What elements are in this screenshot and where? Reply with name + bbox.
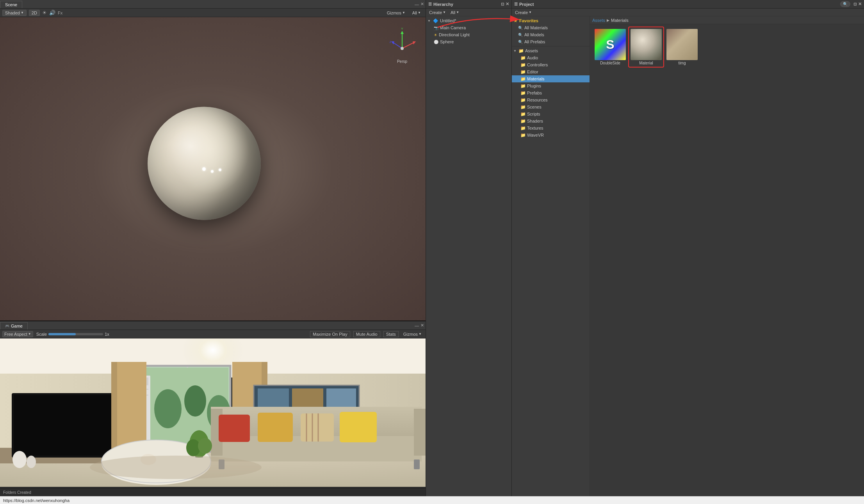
star-icon: ★ [513, 18, 518, 23]
hierarchy-icon: ☰ [428, 2, 432, 6]
maximize-play-btn[interactable]: Maximize On Play [310, 331, 350, 337]
app-root: Scene — ✕ Shaded ▼ 2D [0, 0, 864, 504]
fx-icon[interactable]: Fx [58, 11, 62, 15]
tree-item-scripts[interactable]: 📁 Scripts [512, 110, 590, 118]
tree-item-materials[interactable]: 📁 Materials [512, 75, 590, 82]
dir-light-label: Directional Light [439, 32, 470, 37]
material-label: Material [639, 61, 653, 65]
scale-label: Scale [36, 332, 47, 337]
gizmo-svg: Y X Z [388, 25, 416, 60]
prefabs-folder-icon: 📁 [520, 91, 526, 96]
asset-doubleside[interactable]: S DoubleSide [593, 27, 627, 67]
stats-btn[interactable]: Stats [383, 331, 399, 337]
mode-2d-dropdown[interactable]: 2D [29, 10, 40, 16]
prefabs-label: Prefabs [527, 91, 542, 95]
game-tab[interactable]: 🎮 Game [0, 322, 28, 329]
tree-item-shaders[interactable]: 📁 Shaders [512, 118, 590, 125]
all-label: All [412, 11, 417, 15]
hierarchy-item-main-camera[interactable]: 📷 Main Camera [426, 24, 511, 31]
status-text: Folders Created [3, 490, 31, 495]
favorites-item-all-models[interactable]: 🔍 All Models [512, 31, 590, 38]
url-bar: https://blog.csdn.net/wenxuhongha [0, 496, 864, 504]
aspect-dropdown[interactable]: Free Aspect ▼ [2, 331, 33, 337]
sphere-icon: ⚪ [434, 40, 438, 44]
svg-rect-42 [414, 409, 426, 456]
favorites-item-all-prefabs[interactable]: 🔍 All Prefabs [512, 38, 590, 45]
scene-tab[interactable]: Scene [0, 1, 22, 8]
living-room-scene [0, 338, 426, 487]
assets-arrow: ▼ [513, 49, 517, 53]
all-dropdown[interactable]: All ▼ [410, 10, 423, 16]
hierarchy-item-dir-light[interactable]: ☀ Directional Light [426, 31, 511, 38]
assets-label: Assets [525, 48, 538, 53]
scene-viewport[interactable]: Y X Z Persp [0, 17, 426, 321]
light-icon[interactable]: ☀ [42, 10, 47, 16]
scale-control: Scale 1x [36, 332, 109, 337]
tree-item-editor[interactable]: 📁 Editor [512, 68, 590, 75]
camera-icon: 📷 [434, 26, 438, 30]
game-close[interactable]: ✕ [420, 323, 424, 328]
top-right: ☰ Hierarchy ⊡ ✕ Create ▼ All [426, 0, 864, 496]
tree-item-controllers[interactable]: 📁 Controllers [512, 61, 590, 68]
asset-timg[interactable]: timg [665, 27, 699, 67]
project-close[interactable]: ✕ [858, 2, 862, 7]
scene-tab-label: Scene [5, 2, 17, 7]
hierarchy-item-sphere[interactable]: ⚪ Sphere [426, 38, 511, 45]
tree-item-audio[interactable]: 📁 Audio [512, 54, 590, 61]
game-gizmos-dropdown[interactable]: Gizmos ▼ [402, 331, 423, 337]
svg-point-24 [154, 389, 182, 428]
game-tab-bar: 🎮 Game — ✕ [0, 321, 426, 330]
hierarchy-maximize[interactable]: ⊡ [501, 2, 504, 6]
tree-item-resources[interactable]: 📁 Resources [512, 96, 590, 103]
materials-label: Materials [527, 77, 545, 81]
sphere-dot-3 [219, 168, 221, 171]
hierarchy-close[interactable]: ✕ [506, 2, 509, 7]
scale-slider[interactable] [48, 333, 103, 335]
tree-item-wavevr[interactable]: 📁 WaveVR [512, 132, 590, 139]
mute-audio-btn[interactable]: Mute Audio [353, 331, 380, 337]
tree-item-scenes[interactable]: 📁 Scenes [512, 103, 590, 110]
timg-thumbnail [666, 29, 698, 60]
left-panels: Scene — ✕ Shaded ▼ 2D [0, 0, 426, 496]
gizmos-arrow: ▼ [402, 11, 405, 14]
game-minimize[interactable]: — [415, 323, 419, 328]
game-icon: 🎮 [5, 324, 9, 328]
tree-item-assets-root[interactable]: ▼ 📁 Assets [512, 47, 590, 54]
scripts-folder-icon: 📁 [520, 112, 526, 117]
scene-close[interactable]: ✕ [420, 2, 424, 7]
hierarchy-all-dropdown[interactable]: All ▼ [449, 10, 461, 15]
search-all-models-icon: 🔍 [518, 33, 523, 37]
hierarchy-item-untitled[interactable]: ▼ 🔷 Untitled* [426, 17, 511, 24]
favorites-item-all-materials[interactable]: 🔍 All Materials [512, 24, 590, 31]
asset-material[interactable]: Material [629, 27, 663, 67]
svg-text:Y: Y [401, 27, 403, 30]
all-arrow: ▼ [418, 11, 421, 14]
scene-minimize[interactable]: — [415, 2, 419, 7]
hierarchy-toolbar: Create ▼ All ▼ [426, 9, 511, 16]
svg-rect-48 [301, 413, 334, 442]
favorites-section: ★ Favorites 🔍 All Materials 🔍 [512, 16, 590, 46]
hierarchy-create-dropdown[interactable]: Create ▼ [428, 10, 447, 15]
audio-icon[interactable]: 🔊 [49, 10, 55, 16]
svg-rect-52 [340, 412, 377, 442]
game-viewport[interactable] [0, 338, 426, 488]
project-create-dropdown[interactable]: Create ▼ [513, 10, 533, 15]
gizmos-dropdown[interactable]: Gizmos ▼ [385, 10, 408, 16]
hierarchy-panel: ☰ Hierarchy ⊡ ✕ Create ▼ All [426, 0, 512, 496]
all-models-label: All Models [524, 32, 544, 37]
svg-line-4 [393, 43, 402, 48]
project-header: ☰ Project 🔍 ⊡ ✕ [512, 0, 864, 9]
tree-item-plugins[interactable]: 📁 Plugins [512, 82, 590, 89]
shading-arrow: ▼ [21, 11, 24, 14]
tree-item-textures[interactable]: 📁 Textures [512, 125, 590, 132]
breadcrumb-arrow: ▶ [607, 18, 609, 22]
project-maximize[interactable]: ⊡ [853, 2, 857, 6]
search-all-prefabs-icon: 🔍 [518, 40, 523, 44]
shading-dropdown[interactable]: Shaded ▼ [2, 10, 27, 16]
project-search[interactable]: 🔍 [840, 1, 850, 7]
hierarchy-title: Hierarchy [433, 2, 453, 7]
wavevr-folder-icon: 📁 [520, 133, 526, 138]
tree-item-prefabs[interactable]: 📁 Prefabs [512, 89, 590, 96]
scenes-label: Scenes [527, 105, 542, 109]
project-assets-area: Assets ▶ Materials S [590, 16, 864, 496]
